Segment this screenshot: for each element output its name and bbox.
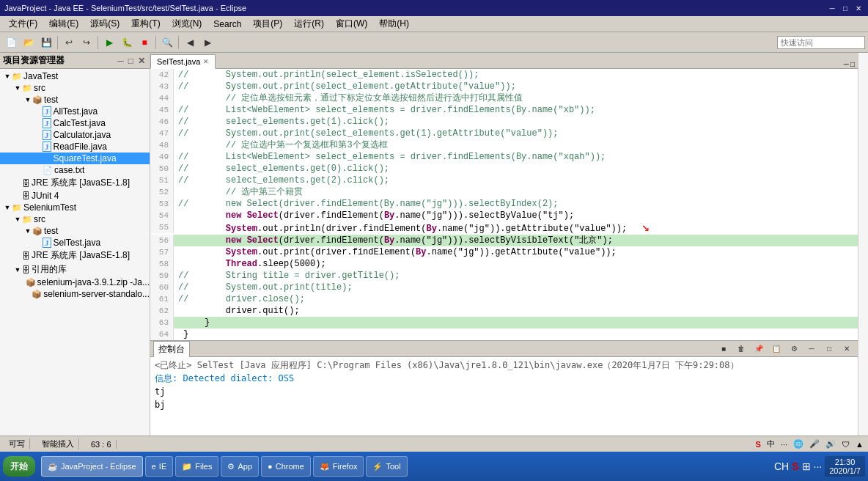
next-button[interactable]: ▶ (199, 34, 216, 51)
tree-arrow-seleniumtest: ▼ (3, 204, 12, 211)
taskbar-app-firefox[interactable]: 🦊Firefox (313, 456, 364, 477)
minimize-button[interactable]: ─ (827, 3, 837, 13)
sidebar-close-btn[interactable]: ✕ (136, 55, 147, 67)
taskbar-app-files[interactable]: 📁Files (175, 456, 218, 477)
sidebar-maximize-btn[interactable]: □ (127, 55, 135, 67)
sidebar-item-seltest[interactable]: JSelTest.java (0, 237, 150, 249)
menu-item-e[interactable]: 编辑(E) (43, 16, 84, 32)
console-terminate-btn[interactable]: ■ (716, 341, 732, 357)
sidebar-item-calculator[interactable]: JCalculator.java (0, 129, 150, 141)
status-lang: 中 (767, 438, 775, 449)
tree-label-selenium-server: selenium-server-standalo... (43, 289, 150, 299)
tree-label-alltest: AllTest.java (54, 106, 98, 117)
line-content-49: // List<WebElement> select_elements = dr… (174, 151, 606, 163)
line-number-59: 59 (150, 270, 174, 282)
line-content-53: // new Select(driver.findElement(By.name… (174, 198, 558, 210)
redo-button[interactable]: ↪ (78, 34, 95, 51)
menu-item-h[interactable]: 帮助(H) (373, 16, 415, 32)
sidebar-item-jre-java[interactable]: 🗄JRE 系统库 [JavaSE-1.8] (0, 176, 150, 190)
taskbar-app-javaproject---eclipse[interactable]: ☕JavaProject - Eclipse (41, 456, 143, 477)
console-min-btn[interactable]: ─ (803, 341, 820, 357)
tree-label-src: src (34, 83, 45, 93)
sidebar-item-squaretest[interactable]: JSquareTest.java (0, 153, 150, 164)
console-clear-btn[interactable]: 🗑 (733, 341, 749, 357)
new-button[interactable]: 📄 (3, 34, 19, 51)
console-line: bj (155, 398, 853, 411)
sidebar-minimize-btn[interactable]: ─ (116, 55, 125, 67)
sidebar-item-src[interactable]: ▼📁src (0, 82, 150, 94)
console-line: tj (155, 385, 853, 398)
debug-button[interactable]: 🐛 (119, 34, 135, 51)
menu-item-s[interactable]: 源码(S) (84, 16, 125, 32)
save-button[interactable]: 💾 (38, 34, 54, 51)
tab-close-btn[interactable]: ✕ (203, 58, 209, 65)
console-settings-btn[interactable]: ⚙ (786, 341, 802, 357)
tree-icon-seleniumtest: 📁 (12, 203, 22, 213)
tray-lang[interactable]: CH (774, 460, 789, 472)
maximize-button[interactable]: □ (840, 3, 850, 13)
console-tab[interactable]: 控制台 (153, 341, 190, 357)
sidebar-item-calctest[interactable]: JCalcTest.java (0, 117, 150, 129)
sidebar-item-junit4[interactable]: 🗄JUnit 4 (0, 190, 150, 202)
sidebar-item-selenium-java[interactable]: 📦selenium-java-3.9.1.zip -Ja... (0, 276, 150, 288)
run-button[interactable]: ▶ (101, 34, 117, 51)
tree-icon-src: 📁 (22, 84, 32, 93)
toolbar-row1: 📄 📂 💾 ↩ ↪ ▶ 🐛 ■ 🔍 ◀ ▶ (0, 32, 868, 53)
editor-min-btn[interactable]: ─ (844, 60, 849, 68)
menu-item-t[interactable]: 重构(T) (125, 16, 166, 32)
sidebar-item-seleniumtest[interactable]: ▼📁SeleniumTest (0, 202, 150, 213)
console-close-btn[interactable]: ✕ (839, 341, 855, 357)
undo-button[interactable]: ↩ (61, 34, 77, 51)
taskbar-app-chrome[interactable]: ●Chrome (261, 456, 311, 477)
tray-more[interactable]: ··· (814, 460, 823, 472)
stop-button[interactable]: ■ (136, 34, 152, 51)
line-number-54: 54 (150, 210, 174, 221)
status-volume: 🔊 (825, 439, 836, 449)
status-mic: 🎤 (809, 439, 820, 449)
tray-net[interactable]: ⊞ (802, 460, 811, 472)
start-button[interactable]: 开始 (3, 456, 35, 477)
close-button[interactable]: ✕ (853, 3, 864, 13)
clock[interactable]: 21:30 2020/1/7 (825, 456, 865, 477)
sidebar-item-jre-selenium[interactable]: 🗄JRE 系统库 [JavaSE-1.8] (0, 249, 150, 262)
sidebar-item-alltest[interactable]: JAllTest.java (0, 106, 150, 117)
taskbar-right: CH S ⊞ ··· 21:30 2020/1/7 (774, 456, 865, 477)
sidebar-item-test2[interactable]: ▼📦test (0, 225, 150, 237)
taskbar-app-app[interactable]: ⚙App (221, 456, 259, 477)
menu-item-r[interactable]: 运行(R) (288, 16, 330, 32)
search-button[interactable]: 🔍 (159, 34, 175, 51)
taskbar-app-ie[interactable]: eIE (145, 456, 174, 477)
open-button[interactable]: 📂 (21, 34, 37, 51)
tree-icon-src2: 📁 (22, 215, 32, 224)
sidebar-item-test[interactable]: ▼📦test (0, 94, 150, 106)
code-line-63: 63 } (150, 317, 858, 328)
sidebar-item-readfile[interactable]: JReadFile.java (0, 141, 150, 153)
taskbar-app-tool[interactable]: ⚡Tool (366, 456, 407, 477)
console-pin-btn[interactable]: 📌 (751, 341, 767, 357)
status-right: S 中 ··· 🌐 🎤 🔊 🛡 ▲ (756, 438, 864, 449)
line-number-64: 64 (150, 328, 174, 340)
sidebar-item-refs[interactable]: ▼🗄引用的库 (0, 262, 150, 276)
sidebar-item-src2[interactable]: ▼📁src (0, 213, 150, 225)
sidebar-item-casetxt[interactable]: 📄case.txt (0, 164, 150, 176)
menu-item-search[interactable]: Search (207, 18, 247, 31)
code-editor[interactable]: 42// System.out.println(select_element.i… (150, 69, 858, 340)
menu-item-w[interactable]: 窗口(W) (330, 16, 373, 32)
menu-item-f[interactable]: 文件(F) (3, 16, 43, 32)
menu-item-n[interactable]: 浏览(N) (166, 16, 208, 32)
tray-ime[interactable]: S (792, 460, 798, 472)
prev-button[interactable]: ◀ (182, 34, 198, 51)
quick-access-input[interactable] (777, 36, 865, 49)
editor-tab-seltest[interactable]: SelTest.java ✕ (150, 54, 216, 69)
console-copy-btn[interactable]: 📋 (768, 341, 784, 357)
status-writable: 可写 (4, 438, 30, 449)
status-security: 🛡 (842, 440, 850, 449)
console-max-btn[interactable]: □ (821, 341, 837, 357)
taskbar-app-icon: ☕ (48, 462, 58, 471)
menu-item-p[interactable]: 项目(P) (247, 16, 288, 32)
line-content-64: } (174, 328, 188, 340)
editor-max-btn[interactable]: □ (850, 60, 855, 68)
console-controls: ■ 🗑 📌 📋 ⚙ ─ □ ✕ (716, 341, 855, 357)
sidebar-item-javatest[interactable]: ▼📁JavaTest (0, 70, 150, 82)
sidebar-item-selenium-server[interactable]: 📦selenium-server-standalo... (0, 288, 150, 300)
